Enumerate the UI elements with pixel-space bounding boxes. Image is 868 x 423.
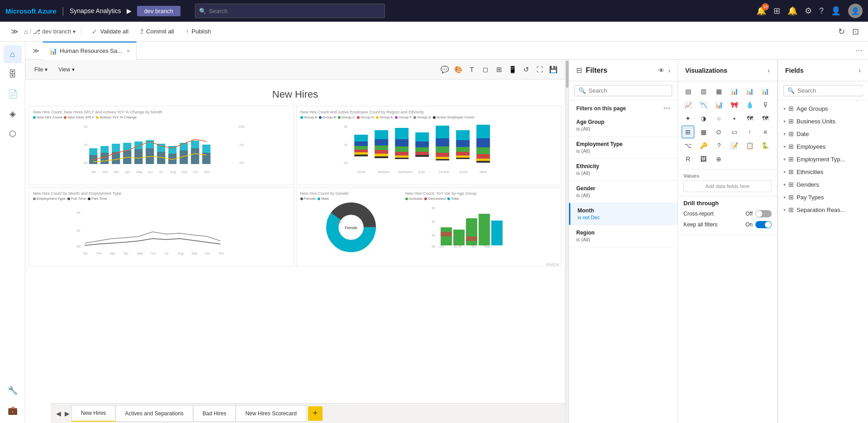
- home-breadcrumb-icon[interactable]: ⌂: [24, 28, 28, 35]
- chart-box-3[interactable]: New Hire Count by Month and Employment T…: [29, 187, 294, 267]
- keep-filters-toggle[interactable]: On: [745, 221, 772, 228]
- filters-section-more-icon[interactable]: ⋯: [663, 104, 670, 113]
- notifications-icon[interactable]: 🔔 10: [756, 6, 766, 16]
- fields-search-input[interactable]: [797, 87, 868, 94]
- branch-selector[interactable]: ⎇ dev branch ▾: [33, 28, 76, 35]
- tab-close-button[interactable]: ×: [127, 48, 130, 54]
- sidebar-item-document[interactable]: 📄: [4, 85, 22, 103]
- keep-filters-track[interactable]: [755, 221, 772, 228]
- chart-box-4[interactable]: New Hire Count by Gender Female Male F: [296, 187, 562, 267]
- viz-expand-icon[interactable]: ›: [768, 67, 770, 74]
- filters-search-box[interactable]: 🔍: [574, 85, 672, 96]
- fullscreen-icon[interactable]: ⛶: [533, 63, 546, 76]
- viz-scatter[interactable]: ✦: [682, 112, 694, 125]
- filter-item-region[interactable]: Region is (All): [569, 225, 678, 247]
- viz-waterfall[interactable]: 💧: [744, 99, 756, 111]
- refresh-icon[interactable]: ↻: [836, 25, 847, 38]
- viz-combo[interactable]: 📊: [712, 99, 725, 111]
- user-icon[interactable]: 👤: [831, 6, 841, 16]
- viz-clustered-col[interactable]: 📊: [728, 85, 741, 98]
- sidebar-item-briefcase[interactable]: 💼: [4, 401, 22, 419]
- field-group-separation-reasons[interactable]: ▾ ⊞ Separation Reas...: [778, 203, 868, 216]
- viz-key-influencers[interactable]: 🔑: [697, 139, 710, 152]
- tab-collapse-button[interactable]: ≫: [29, 45, 43, 56]
- app-switcher-icon[interactable]: ⊞: [773, 6, 780, 16]
- shapes-icon[interactable]: ◻: [479, 63, 492, 76]
- view-menu-button[interactable]: View ▾: [55, 65, 78, 75]
- collapse-sidebar-button[interactable]: ≫: [7, 25, 22, 38]
- viz-100-col[interactable]: 📊: [759, 85, 772, 98]
- fields-search-box[interactable]: 🔍: [783, 85, 863, 96]
- sidebar-item-flow[interactable]: ◈: [4, 105, 22, 123]
- viz-gauge[interactable]: ⊙: [712, 126, 725, 138]
- viz-slicer[interactable]: ≡: [759, 126, 772, 138]
- cross-report-toggle[interactable]: Off: [745, 210, 772, 217]
- viz-kpi[interactable]: ↑: [744, 126, 756, 138]
- viz-add-fields[interactable]: Add data fields here: [683, 180, 772, 192]
- page-tab-nav-prev[interactable]: ◀: [54, 408, 63, 419]
- sidebar-item-home[interactable]: ⌂: [4, 45, 22, 63]
- file-menu-button[interactable]: File ▾: [31, 65, 51, 75]
- viz-qna[interactable]: ?: [712, 139, 725, 152]
- commit-all-button[interactable]: ⤴ Commit all: [135, 25, 179, 38]
- viz-python[interactable]: 🐍: [759, 139, 772, 152]
- viz-matrix[interactable]: ▦: [697, 126, 710, 138]
- field-group-age-groups[interactable]: ▾ ⊞ Age Groups: [778, 102, 868, 115]
- field-group-date[interactable]: ▾ ⊞ Date: [778, 127, 868, 140]
- field-group-ethnicities[interactable]: ▾ ⊞ Ethnicities: [778, 165, 868, 178]
- scrollbar-thumb[interactable]: [566, 61, 569, 88]
- viz-grouped-bar[interactable]: ▤: [682, 85, 694, 98]
- page-tab-actives-separations[interactable]: Actives and Separations: [115, 405, 193, 422]
- field-group-pay-types[interactable]: ▾ ⊞ Pay Types: [778, 191, 868, 203]
- viz-filled-map[interactable]: 🗺: [759, 112, 772, 125]
- help-icon[interactable]: ?: [819, 6, 824, 16]
- viz-ribbon[interactable]: 🎀: [728, 99, 741, 111]
- viz-card[interactable]: ▭: [728, 126, 741, 138]
- filter-item-age-group[interactable]: Age Group is (All): [569, 114, 678, 136]
- text-icon[interactable]: T: [465, 63, 478, 76]
- filter-eye-icon[interactable]: 👁: [658, 67, 664, 74]
- alerts-icon[interactable]: 🔔: [787, 6, 797, 16]
- tab-more-button[interactable]: ⋯: [850, 44, 868, 56]
- comment-icon[interactable]: 💬: [438, 63, 451, 76]
- global-search-box[interactable]: 🔍: [195, 4, 385, 18]
- viz-line[interactable]: 📈: [682, 99, 694, 111]
- viz-paginated[interactable]: 📋: [744, 139, 756, 152]
- avatar[interactable]: 👤: [848, 4, 863, 18]
- sidebar-item-monitor[interactable]: ⬡: [4, 125, 22, 143]
- viz-table[interactable]: ⊞: [682, 126, 694, 138]
- viz-smart-narrative[interactable]: 📝: [728, 139, 741, 152]
- viz-100-bar[interactable]: ▦: [712, 85, 725, 98]
- filter-item-month[interactable]: Month is not Dec: [569, 203, 678, 225]
- page-tab-new-hires[interactable]: New Hires: [71, 405, 115, 422]
- cross-report-track[interactable]: [755, 210, 772, 217]
- viz-stacked-bar[interactable]: ▥: [697, 85, 710, 98]
- filter-item-ethnicity[interactable]: Ethnicity is (All): [569, 159, 678, 181]
- viz-stacked-col[interactable]: 📊: [744, 85, 756, 98]
- viz-r[interactable]: R: [682, 153, 694, 165]
- validate-all-button[interactable]: ✓ Validate all: [87, 25, 133, 38]
- viz-decomp[interactable]: ⌥: [682, 139, 694, 152]
- filter-item-gender[interactable]: Gender is (All): [569, 181, 678, 203]
- viz-map[interactable]: 🗺: [744, 112, 756, 125]
- canvas-scrollbar[interactable]: [565, 60, 569, 423]
- report-tab-human-resources[interactable]: 📊 Human Resources Sa... ×: [43, 42, 137, 60]
- chart-box-2[interactable]: New Hire Count and Active Employee Count…: [296, 106, 562, 185]
- viz-custom-2[interactable]: ⊕: [712, 153, 725, 165]
- viz-custom-img[interactable]: 🖼: [697, 153, 710, 165]
- table-icon[interactable]: ⊞: [493, 63, 505, 76]
- global-search-input[interactable]: [209, 8, 381, 14]
- filter-expand-icon[interactable]: ›: [668, 67, 670, 74]
- filters-search-input[interactable]: [588, 87, 668, 94]
- viz-pie[interactable]: ◑: [697, 112, 710, 125]
- fields-expand-icon[interactable]: ›: [859, 67, 861, 74]
- undo-icon[interactable]: ↺: [520, 63, 532, 76]
- themes-icon[interactable]: 🎨: [452, 63, 465, 76]
- field-group-employment-type[interactable]: ▾ ⊞ Employment Typ...: [778, 153, 868, 165]
- field-group-genders[interactable]: ▾ ⊞ Genders: [778, 178, 868, 191]
- field-group-employees[interactable]: ▾ ⊞ Employees: [778, 140, 868, 153]
- page-tab-nav-next[interactable]: ▶: [63, 408, 71, 419]
- filter-item-employment-type[interactable]: Employment Type is (All): [569, 136, 678, 159]
- viz-funnel[interactable]: ⊽: [759, 99, 772, 111]
- viz-donut[interactable]: ○: [712, 112, 725, 125]
